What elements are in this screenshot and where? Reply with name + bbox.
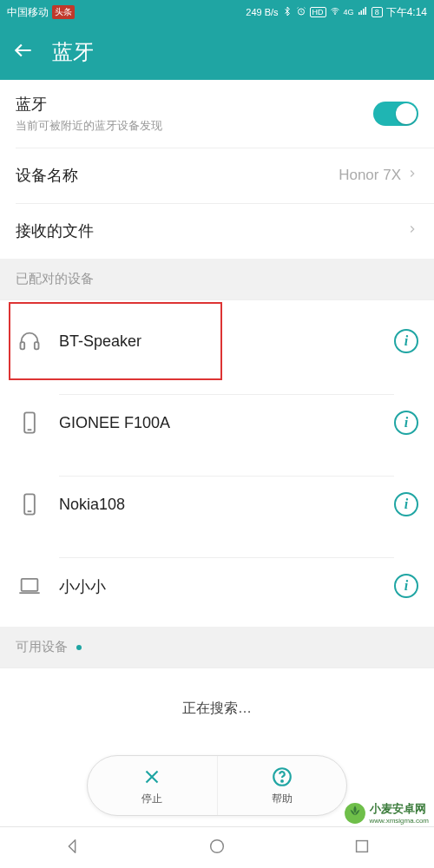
device-row-gionee[interactable]: GIONEE F100A i [0,382,434,464]
wifi-icon [330,6,340,18]
navigation-bar [0,826,434,868]
bluetooth-icon [282,6,293,18]
watermark-text: 小麦安卓网 [370,801,429,817]
nav-back-button[interactable] [62,837,82,859]
paired-section-header: 已配对的设备 [0,259,434,300]
phone-icon [16,409,43,437]
stop-button[interactable]: 停止 [88,756,217,815]
scanning-indicator-icon [76,645,82,650]
nav-home-button[interactable] [207,837,227,859]
received-files-label: 接收的文件 [16,220,406,241]
svg-rect-17 [356,840,367,852]
device-name-value: Honor 7X [339,167,401,184]
svg-rect-4 [363,9,365,15]
alarm-icon [296,6,306,18]
hd-badge: HD [310,7,326,17]
svg-rect-2 [358,12,360,15]
4g-icon: 4G [344,8,354,16]
device-name-label: 设备名称 [16,165,339,186]
svg-rect-7 [35,342,39,349]
help-button[interactable]: 帮助 [217,756,347,815]
device-row-nokia[interactable]: Nokia108 i [0,464,434,545]
settings-panel: 蓝牙 当前可被附近的蓝牙设备发现 设备名称 Honor 7X 接收的文件 [0,80,434,259]
headphones-icon [16,327,43,355]
svg-rect-6 [21,342,25,349]
chevron-right-icon [406,168,418,183]
data-rate: 249 B/s [246,7,278,17]
paired-devices-list: BT-Speaker i GIONEE F100A i Nokia108 i 小… [0,300,434,627]
signal-icon [358,6,368,18]
device-name: Nokia108 [59,496,125,514]
laptop-icon [16,572,43,600]
watermark-logo-icon [344,802,366,825]
stop-label: 停止 [141,792,162,806]
svg-point-1 [334,14,335,15]
carrier-label: 中国移动 [7,5,49,20]
device-row-xiaoxiaoxiao[interactable]: 小小小 i [0,545,434,627]
svg-point-14 [281,780,283,782]
device-info-button[interactable]: i [394,574,418,598]
bluetooth-row-subtitle: 当前可被附近的蓝牙设备发现 [16,118,373,134]
news-badge: 头条 [52,5,75,19]
bluetooth-toggle-row[interactable]: 蓝牙 当前可被附近的蓝牙设备发现 [0,80,434,148]
device-info-button[interactable]: i [394,411,418,435]
received-files-row[interactable]: 接收的文件 [0,203,434,259]
phone-icon [16,490,43,518]
available-section-header: 可用设备 [0,627,434,668]
bluetooth-row-title: 蓝牙 [16,94,373,115]
back-button[interactable] [12,39,35,65]
svg-point-16 [211,839,224,852]
device-info-button[interactable]: i [394,329,418,353]
device-name: BT-Speaker [59,332,141,351]
bluetooth-switch[interactable] [373,102,418,126]
chevron-right-icon [406,223,418,239]
device-name: GIONEE F100A [59,414,170,432]
app-header: 蓝牙 [0,24,434,80]
svg-rect-5 [365,7,366,15]
svg-rect-12 [22,579,38,591]
battery-indicator: 8 [372,7,383,17]
device-row-bt-speaker[interactable]: BT-Speaker i [0,300,434,382]
help-label: 帮助 [272,792,293,806]
device-name-row[interactable]: 设备名称 Honor 7X [0,148,434,203]
device-name: 小小小 [59,576,106,597]
watermark-sub: www.xmsigma.com [370,817,429,825]
device-info-button[interactable]: i [394,492,418,516]
svg-rect-3 [360,10,362,15]
searching-text: 正在搜索… [182,700,252,715]
status-bar: 中国移动 头条 249 B/s HD 4G 8 下午4:14 [0,0,434,24]
nav-recent-button[interactable] [352,837,372,859]
clock: 下午4:14 [386,5,427,20]
page-title: 蓝牙 [52,38,94,66]
watermark: 小麦安卓网 www.xmsigma.com [344,801,429,825]
bottom-action-pill: 停止 帮助 [87,755,347,816]
